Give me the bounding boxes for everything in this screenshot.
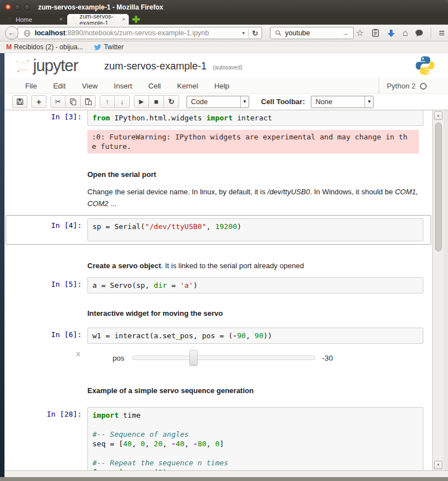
menu-edit[interactable]: Edit <box>53 82 66 90</box>
search-input[interactable]: youtube → <box>270 27 354 39</box>
desktop-edge <box>0 477 448 481</box>
interact-widget-output: x pos -30 <box>4 349 432 366</box>
menu-cell[interactable]: Cell <box>148 82 161 90</box>
scrollbar-thumb[interactable] <box>435 123 442 251</box>
tab-label: zum-servos-example-1 <box>80 13 119 26</box>
window-title: zum-servos-example-1 - Mozilla Firefox <box>38 3 163 11</box>
cell-toolbar-select[interactable]: None ▼ <box>311 96 374 108</box>
restart-kernel-button[interactable]: ↻ <box>164 95 179 108</box>
notebook-scroll-area[interactable]: In [3]: from IPython.html.widgets import… <box>4 110 432 470</box>
site-globe-icon <box>24 30 31 37</box>
gmail-icon: M <box>6 43 12 51</box>
slider-readout: -30 <box>322 354 333 362</box>
reload-icon[interactable]: ↻ <box>252 29 258 38</box>
downloads-icon[interactable] <box>387 29 395 38</box>
url-dropdown-icon[interactable]: ▾ <box>242 30 245 36</box>
md-heading: Example of a simple servo sequence gener… <box>87 385 423 396</box>
bookmark-label: Twitter <box>104 43 123 51</box>
browser-navbar: ← localhost :8890/notebooks/zum-servos-e… <box>0 25 448 41</box>
markdown-cell-interactive-widget[interactable]: Interactive widget for moving the servo <box>6 298 431 323</box>
home-icon[interactable]: ⌂ <box>403 29 408 38</box>
cell-type-select[interactable]: Code ▼ <box>186 96 249 108</box>
tab-close-icon[interactable]: × <box>119 16 125 22</box>
window-minimize-button[interactable] <box>15 4 21 10</box>
move-cell-down-button[interactable]: ↓ <box>115 95 130 108</box>
url-path: :8890/notebooks/zum-servos-example-1.ipy… <box>66 29 209 37</box>
twitter-bird-icon <box>94 44 101 50</box>
hamburger-menu-icon[interactable]: ≡ <box>438 29 445 38</box>
window-close-button[interactable]: × <box>5 4 11 10</box>
autosave-status: (autosaved) <box>213 64 242 71</box>
window-titlebar: × zum-servos-example-1 - Mozilla Firefox <box>0 0 448 14</box>
notebook-toolbar: + ✂ ↑ ↓ ▶ ■ ↻ Code ▼ <box>4 94 448 110</box>
code-cell-6[interactable]: In [6]: w1 = interact(a.set_pos, pos = (… <box>6 324 431 347</box>
bookmark-star-icon[interactable]: ☆ <box>356 29 363 38</box>
pos-slider[interactable] <box>132 356 315 360</box>
select-caret-icon: ▼ <box>240 96 249 108</box>
bookmarks-panel-icon[interactable] <box>371 29 380 38</box>
code-input[interactable]: sp = Serial("/dev/ttyUSB0", 19200) <box>87 218 423 241</box>
code-cell-5[interactable]: In [5]: a = Servo(sp, dir = 'a') <box>6 274 431 297</box>
notebook-menubar: File Edit View Insert Cell Kernel Help P… <box>4 78 448 94</box>
add-cell-button[interactable]: + <box>31 95 46 108</box>
input-prompt: In [5]: <box>9 277 87 293</box>
menu-view[interactable]: View <box>82 82 97 90</box>
firefox-window: × zum-servos-example-1 - Mozilla Firefox… <box>0 0 448 481</box>
bookmark-gmail[interactable]: M Recibidos (2) - obijua... <box>6 43 83 51</box>
notebook-title[interactable]: zum-servos-example-1 <box>104 60 207 72</box>
slider-handle[interactable] <box>189 350 198 366</box>
cut-cell-button[interactable]: ✂ <box>50 95 66 108</box>
code-input[interactable]: a = Servo(sp, dir = 'a') <box>87 277 423 293</box>
menu-kernel[interactable]: Kernel <box>177 82 198 90</box>
code-cell-28[interactable]: In [28]: import time #-- Sequence of ang… <box>6 404 431 470</box>
menu-insert[interactable]: Insert <box>114 82 132 90</box>
kernel-idle-icon <box>420 83 427 90</box>
window-maximize-button[interactable] <box>24 4 30 10</box>
tab-home[interactable]: Home × <box>3 14 66 25</box>
search-go-icon[interactable]: → <box>342 29 349 37</box>
interrupt-kernel-button[interactable]: ■ <box>149 95 164 108</box>
menu-help[interactable]: Help <box>214 82 230 90</box>
widget-close-icon[interactable]: x <box>76 349 83 358</box>
slider-label: pos <box>113 354 124 362</box>
markdown-cell-create-servo[interactable]: Create a servo object. It is linked to t… <box>6 255 431 275</box>
jupyter-logo-icon <box>16 59 31 74</box>
kernel-indicator: Python 2 <box>379 78 427 94</box>
bookmark-twitter[interactable]: Twitter <box>94 43 123 51</box>
input-prompt: In [3]: <box>9 110 87 153</box>
copy-cell-button[interactable] <box>66 95 81 108</box>
search-icon <box>275 30 282 36</box>
tab-notebook[interactable]: zum-servos-example-1 × <box>67 14 129 25</box>
md-heading: Open the serial port <box>87 169 423 180</box>
markdown-cell-example-sequence[interactable]: Example of a simple servo sequence gener… <box>6 375 431 400</box>
select-caret-icon: ▼ <box>365 96 373 108</box>
paste-cell-button[interactable] <box>81 95 96 108</box>
kernel-name: Python 2 <box>387 82 416 90</box>
menu-file[interactable]: File <box>25 82 37 90</box>
code-cell-3[interactable]: In [3]: from IPython.html.widgets import… <box>6 110 431 157</box>
new-tab-button[interactable] <box>132 16 140 23</box>
code-input[interactable]: from IPython.html.widgets import interac… <box>87 110 423 126</box>
stderr-output: :0: FutureWarning: IPython widgets are e… <box>87 130 419 153</box>
url-bar[interactable]: localhost :8890/notebooks/zum-servos-exa… <box>17 27 262 39</box>
markdown-cell-open-serial[interactable]: Open the serial port Change the serial d… <box>6 159 431 213</box>
input-prompt: In [28]: <box>9 407 87 470</box>
code-input[interactable]: import time #-- Sequence of angles seq =… <box>87 407 423 470</box>
back-button[interactable]: ← <box>5 26 18 40</box>
chat-icon[interactable] <box>415 29 423 37</box>
jupyter-wordmark: jupyter <box>33 57 78 74</box>
jupyter-favicon <box>71 16 77 22</box>
save-button[interactable] <box>12 95 27 108</box>
jupyter-favicon <box>7 16 13 22</box>
scrollbar-down-icon[interactable]: ▼ <box>434 461 442 469</box>
scrollbar-up-icon[interactable]: ▲ <box>434 111 442 120</box>
tab-close-icon[interactable]: × <box>56 16 63 22</box>
code-cell-4-selected[interactable]: In [4]: sp = Serial("/dev/ttyUSB0", 1920… <box>6 215 431 245</box>
run-cell-button[interactable]: ▶ <box>134 95 149 108</box>
code-input[interactable]: w1 = interact(a.set_pos, pos = (-90, 90)… <box>87 328 423 344</box>
jupyter-logo[interactable]: jupyter <box>16 57 78 74</box>
bookmark-label: Recibidos (2) - obijua... <box>14 43 83 51</box>
move-cell-up-button[interactable]: ↑ <box>100 95 115 108</box>
notebook-scrollbar[interactable]: ▲ ▼ <box>432 110 444 470</box>
jupyter-page: jupyter zum-servos-example-1 (autosaved)… <box>4 53 448 470</box>
